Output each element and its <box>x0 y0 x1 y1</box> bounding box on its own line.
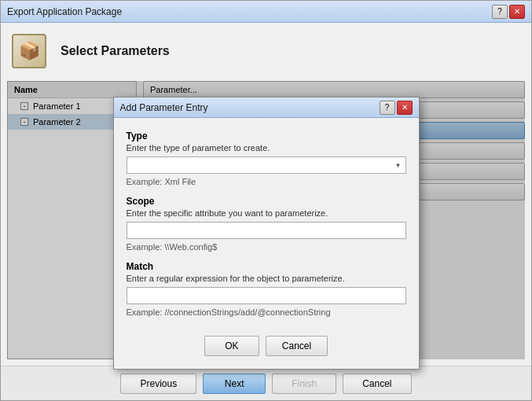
match-description: Enter a regular expression for the objec… <box>127 274 406 283</box>
type-section: Type Enter the type of parameter to crea… <box>127 131 406 186</box>
outer-help-button[interactable]: ? <box>492 5 508 19</box>
cancel-button[interactable]: Cancel <box>343 373 411 394</box>
scope-section: Scope Enter the specific attribute you w… <box>127 196 406 252</box>
modal-content: Type Enter the type of parameter to crea… <box>114 118 419 329</box>
modal-ok-button[interactable]: OK <box>204 336 259 356</box>
outer-titlebar-controls: ? ✕ <box>492 5 525 19</box>
outer-titlebar: Export Application Package ? ✕ <box>1 1 531 23</box>
page-title: Select Parameters <box>61 44 170 58</box>
previous-button[interactable]: Previous <box>120 373 196 394</box>
type-select-wrapper: Xml File <box>127 156 406 174</box>
outer-window: Export Application Package ? ✕ Select Pa… <box>0 0 532 401</box>
finish-button[interactable]: Finish <box>272 373 336 394</box>
match-section: Match Enter a regular expression for the… <box>127 261 406 317</box>
type-example: Example: Xml File <box>127 177 406 186</box>
outer-header: Select Parameters <box>7 29 525 73</box>
scope-description: Enter the specific attribute you want to… <box>127 208 406 218</box>
modal-cancel-button[interactable]: Cancel <box>266 336 328 356</box>
modal-dialog: Add Parameter Entry ? ✕ Type Enter the t… <box>113 97 420 370</box>
modal-controls: ? ✕ <box>380 101 413 115</box>
match-input[interactable] <box>127 287 406 304</box>
outer-icon <box>10 32 48 70</box>
modal-title: Add Parameter Entry <box>120 102 208 113</box>
scope-example: Example: \\Web.config$ <box>127 242 406 252</box>
outer-content: Select Parameters Name - Parameter 1 - P… <box>1 23 531 366</box>
outer-window-title: Export Application Package <box>7 6 122 17</box>
outer-close-button[interactable]: ✕ <box>509 5 525 19</box>
scope-input[interactable] <box>127 222 406 239</box>
app-icon <box>12 34 46 68</box>
modal-help-button[interactable]: ? <box>380 101 395 115</box>
next-button[interactable]: Next <box>203 373 266 394</box>
type-description: Enter the type of parameter to create. <box>127 143 406 153</box>
match-example: Example: //connectionStrings/add/@connec… <box>127 307 406 317</box>
type-select[interactable]: Xml File <box>127 156 406 174</box>
main-area: Name - Parameter 1 - Parameter 2 Paramet… <box>7 81 525 359</box>
type-label: Type <box>127 131 406 142</box>
scope-label: Scope <box>127 196 406 207</box>
match-label: Match <box>127 261 406 272</box>
modal-close-button[interactable]: ✕ <box>397 101 413 115</box>
modal-titlebar: Add Parameter Entry ? ✕ <box>114 97 419 118</box>
modal-overlay: Add Parameter Entry ? ✕ Type Enter the t… <box>7 81 525 359</box>
bottom-navigation: Previous Next Finish Cancel <box>1 366 531 400</box>
modal-buttons: OK Cancel <box>114 329 419 369</box>
